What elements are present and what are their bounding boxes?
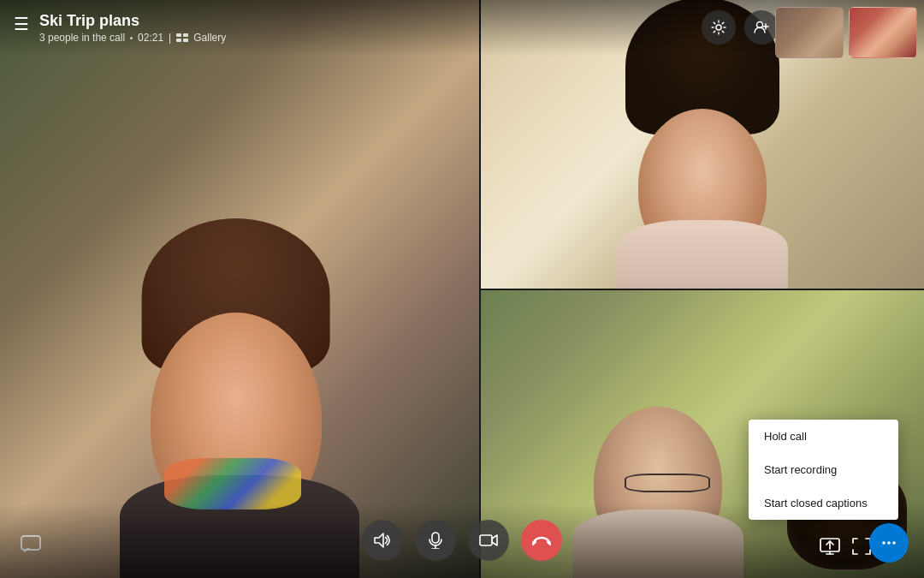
menu-icon[interactable]: ☰ (14, 14, 29, 34)
svg-rect-10 (432, 533, 439, 543)
mic-icon (429, 532, 442, 549)
fullscreen-button[interactable] (852, 538, 871, 559)
svg-point-20 (892, 541, 896, 545)
svg-rect-2 (176, 39, 181, 42)
add-person-icon (754, 21, 769, 34)
gallery-icon (176, 33, 188, 42)
speaker-button[interactable] (362, 520, 403, 561)
svg-point-18 (882, 541, 886, 545)
meta-sep2: | (169, 32, 171, 44)
video-container: ☰ Ski Trip plans 3 people in the call 02… (0, 0, 924, 578)
participant-thumb-1[interactable] (775, 7, 844, 58)
call-duration: 02:21 (138, 32, 163, 44)
video-main (0, 0, 479, 578)
person-scarf (164, 458, 301, 509)
add-person-button[interactable] (744, 10, 779, 45)
participant-thumb-2[interactable] (849, 7, 917, 58)
participant-thumbnails (775, 7, 917, 58)
person-body-tr (617, 220, 788, 289)
speaker-icon (374, 533, 391, 548)
fullscreen-icon (852, 538, 871, 555)
svg-rect-1 (183, 33, 188, 37)
svg-rect-3 (183, 39, 188, 42)
settings-button[interactable] (702, 10, 736, 45)
more-icon (880, 534, 897, 551)
participants-count: 3 people in the call (39, 32, 125, 44)
screen-share-icon (820, 538, 840, 555)
end-call-button[interactable] (521, 520, 562, 561)
context-menu-hold-call[interactable]: Hold call (749, 420, 898, 453)
end-call-icon (532, 534, 551, 546)
screen-share-button[interactable] (820, 538, 840, 559)
svg-rect-13 (480, 535, 492, 545)
svg-rect-0 (176, 33, 181, 37)
person-glasses (625, 474, 710, 492)
meta-separator (130, 37, 133, 39)
svg-point-19 (887, 541, 891, 545)
settings-icon (711, 20, 726, 35)
video-button[interactable] (468, 520, 509, 561)
context-menu: Hold call Start recording Start closed c… (749, 420, 898, 520)
view-mode-label: Gallery (193, 32, 226, 44)
context-menu-start-captions[interactable]: Start closed captions (749, 486, 898, 520)
top-right-controls (702, 10, 779, 45)
context-menu-start-recording[interactable]: Start recording (749, 453, 898, 486)
svg-marker-9 (375, 533, 383, 547)
mic-button[interactable] (415, 520, 456, 561)
video-icon (479, 533, 498, 547)
svg-point-4 (716, 25, 721, 30)
more-button[interactable] (869, 523, 909, 563)
